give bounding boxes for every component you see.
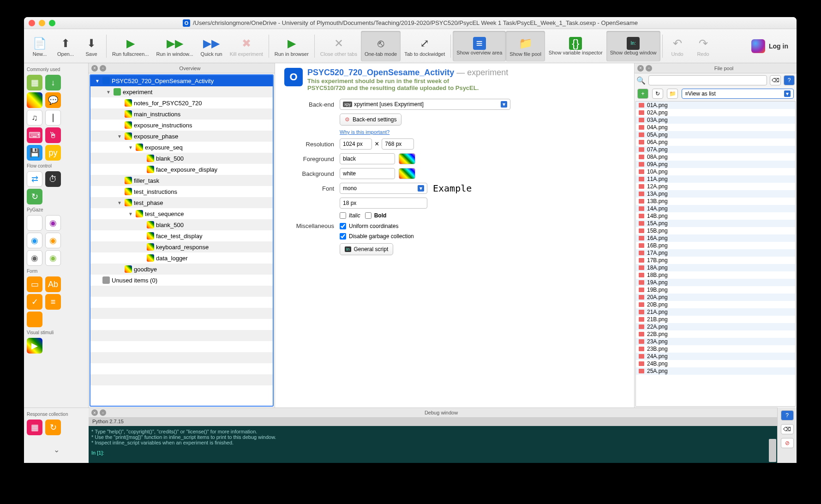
filepool-button[interactable]: 📁Show file pool: [506, 31, 545, 61]
background-color-button[interactable]: [399, 168, 415, 179]
file-item[interactable]: 20A.png: [636, 294, 795, 301]
response-item2-icon[interactable]: ↻: [45, 420, 61, 435]
backend-select[interactable]: xpyxpyriment [uses Expyriment]▾: [340, 99, 510, 110]
overview-button[interactable]: ≡Show overview area: [453, 31, 506, 61]
debug-scrollbar[interactable]: [769, 439, 776, 462]
expand-icon[interactable]: ⌄: [26, 445, 87, 454]
pygaze-init-icon[interactable]: ◉: [27, 215, 42, 231]
general-script-button[interactable]: InGeneral script: [340, 243, 393, 255]
float-panel-icon[interactable]: ▫: [100, 65, 106, 72]
form-base-icon[interactable]: ▭: [27, 276, 42, 292]
pygaze-start-icon[interactable]: ◉: [27, 233, 42, 248]
logger-item-icon[interactable]: 💾: [27, 145, 42, 161]
tree-item[interactable]: exposure_instructions: [90, 120, 273, 131]
run-fullscreen-button[interactable]: ▶Run fullscreen...: [108, 31, 152, 61]
mouse-item-icon[interactable]: 🖱: [45, 127, 61, 143]
tree-item[interactable]: keyboard_response: [90, 241, 273, 252]
float-filepool-icon[interactable]: ▫: [646, 65, 652, 72]
file-item[interactable]: 08A.png: [636, 153, 795, 161]
pygaze-drift-icon[interactable]: ◉: [45, 215, 61, 231]
debug-button[interactable]: In:Show debug window: [606, 31, 660, 61]
file-item[interactable]: 23B.png: [636, 345, 795, 353]
file-item[interactable]: 24B.png: [636, 360, 795, 367]
clear-search-button[interactable]: ⌫: [770, 75, 781, 85]
float-debug-icon[interactable]: ▫: [100, 409, 106, 416]
form-text-icon[interactable]: Ab: [45, 276, 61, 292]
file-item[interactable]: 14B.png: [636, 212, 795, 220]
tree-item[interactable]: ▼PSYC520_720_OpenSesame_Activity: [90, 75, 273, 86]
file-item[interactable]: 07A.png: [636, 146, 795, 153]
file-item[interactable]: 13A.png: [636, 190, 795, 198]
login-button[interactable]: Log in: [751, 39, 794, 53]
add-file-button[interactable]: +: [637, 89, 648, 99]
file-item[interactable]: 06A.png: [636, 138, 795, 146]
tree-item[interactable]: data_logger: [90, 252, 273, 264]
file-item[interactable]: 16B.png: [636, 242, 795, 249]
form-input-icon[interactable]: [27, 312, 42, 327]
run-window-button[interactable]: ▶▶Run in window...: [152, 31, 197, 61]
coroutines-item-icon[interactable]: ⇄: [27, 171, 42, 187]
file-item[interactable]: 25A.png: [636, 367, 795, 375]
file-list[interactable]: 01A.png02A.png03A.png04A.png05A.png06A.p…: [635, 101, 796, 407]
tree-item[interactable]: face_test_display: [90, 230, 273, 241]
bold-checkbox[interactable]: Bold: [365, 212, 387, 219]
file-item[interactable]: 24A.png: [636, 353, 795, 360]
tree-item[interactable]: ▼test_sequence: [90, 208, 273, 219]
repeat-item-icon[interactable]: ↻: [27, 189, 42, 204]
file-item[interactable]: 13B.png: [636, 198, 795, 205]
file-item[interactable]: 12A.png: [636, 183, 795, 190]
tree-item[interactable]: blank_500: [90, 153, 273, 164]
file-item[interactable]: 21A.png: [636, 308, 795, 316]
refresh-button[interactable]: ↻: [652, 89, 663, 99]
filepool-search-input[interactable]: [648, 75, 767, 85]
loop-item-icon[interactable]: ▦: [27, 75, 42, 90]
experiment-description[interactable]: This experiment should be run in the fir…: [307, 78, 483, 91]
file-item[interactable]: 17B.png: [636, 257, 795, 264]
file-item[interactable]: 04A.png: [636, 124, 795, 131]
file-item[interactable]: 21B.png: [636, 316, 795, 323]
file-item[interactable]: 20B.png: [636, 301, 795, 308]
pygaze-stop-icon[interactable]: ◉: [45, 233, 61, 248]
tree-item[interactable]: ▼exposure_seq: [90, 142, 273, 153]
new-button[interactable]: 📄New...: [27, 31, 53, 61]
sketchpad-item-icon[interactable]: [27, 92, 42, 108]
tree-item[interactable]: main_instructions: [90, 108, 273, 120]
res-height-input[interactable]: [382, 138, 414, 150]
feedback-item-icon[interactable]: 💬: [45, 92, 61, 108]
file-item[interactable]: 09A.png: [636, 161, 795, 168]
sampler-item-icon[interactable]: ♫: [27, 110, 42, 126]
sequence-item-icon[interactable]: ↓: [45, 75, 61, 90]
file-item[interactable]: 17A.png: [636, 249, 795, 257]
debug-clear-button[interactable]: ⌫: [781, 424, 794, 434]
file-item[interactable]: 03A.png: [636, 116, 795, 124]
browse-button[interactable]: 📁: [667, 89, 678, 99]
tree-item[interactable]: filler_task: [90, 175, 273, 186]
foreground-color-button[interactable]: [399, 153, 415, 164]
file-item[interactable]: 16A.png: [636, 234, 795, 242]
close-window-button[interactable]: [29, 20, 35, 26]
backend-settings-button[interactable]: ⚙Back-end settings: [340, 114, 402, 126]
inline-item-icon[interactable]: py: [45, 145, 61, 161]
foreground-input[interactable]: [340, 153, 395, 164]
background-input[interactable]: [340, 168, 395, 179]
file-item[interactable]: 19A.png: [636, 279, 795, 286]
save-button[interactable]: ⬇Save: [78, 31, 104, 61]
varinsp-button[interactable]: {}Show variable inspector: [545, 31, 606, 61]
form-mc-icon[interactable]: ≡: [45, 294, 61, 310]
why-link[interactable]: Why is this important?: [340, 129, 390, 135]
file-item[interactable]: 22B.png: [636, 330, 795, 338]
open-button[interactable]: ⬆Open...: [53, 31, 78, 61]
debug-help-button[interactable]: ?: [781, 410, 794, 420]
file-item[interactable]: 18A.png: [636, 264, 795, 271]
close-filepool-icon[interactable]: ×: [637, 65, 644, 72]
font-size-input[interactable]: [340, 198, 427, 209]
keyboard-item-icon[interactable]: ⌨: [27, 127, 42, 143]
dock-button[interactable]: ⤢Tab to dockwidget: [401, 31, 449, 61]
font-select[interactable]: mono▾: [340, 183, 427, 194]
help-button[interactable]: ?: [784, 75, 795, 85]
tree-item[interactable]: face_exposure_display: [90, 164, 273, 175]
pygaze-log-icon[interactable]: ◉: [27, 250, 42, 266]
run-browser-button[interactable]: ▶Run in browser: [271, 31, 312, 61]
debug-console[interactable]: * Type "help()", "copyright()", "credits…: [89, 426, 777, 463]
close-debug-icon[interactable]: ×: [91, 409, 98, 416]
